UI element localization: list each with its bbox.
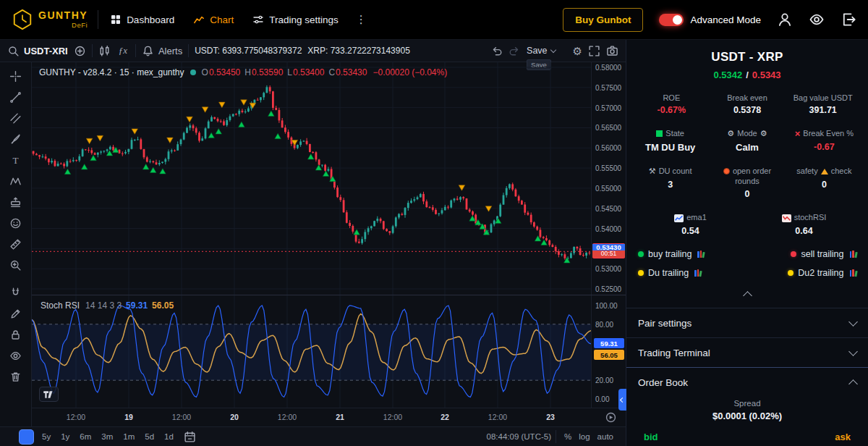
- tool-text-icon[interactable]: T: [4, 150, 27, 171]
- tool-measure-icon[interactable]: [4, 234, 27, 255]
- symbol-search-button[interactable]: USDT-XRI: [7, 45, 68, 57]
- indicator-scale-label: 80.00: [595, 321, 613, 329]
- nav-trading-settings[interactable]: Trading settings: [252, 14, 339, 25]
- section-trading-terminal[interactable]: Trading Terminal: [626, 337, 868, 367]
- trail-du-trailing: Du trailing: [638, 268, 747, 278]
- tool-eye-icon[interactable]: [4, 345, 27, 366]
- bid-column-label[interactable]: bid: [644, 432, 658, 442]
- screenshot-icon[interactable]: [606, 45, 618, 57]
- price-scale-label: 0.57000: [595, 104, 621, 112]
- tradingview-logo[interactable]: [39, 387, 59, 402]
- range-5d[interactable]: 5d: [145, 432, 154, 441]
- top-nav: DashboardChartTrading settings: [110, 14, 339, 25]
- ask-column-label[interactable]: ask: [835, 432, 851, 442]
- advanced-mode-toggle[interactable]: Advanced Mode: [659, 14, 761, 26]
- section-pair-settings[interactable]: Pair settings: [626, 308, 868, 337]
- tool-edit-icon[interactable]: [4, 303, 27, 324]
- logo-sub: DeFi: [38, 22, 88, 29]
- section-label: Order Book: [638, 377, 688, 388]
- divider: [98, 10, 98, 29]
- time-axis[interactable]: 12:001912:002012:002112:002212:0023: [32, 408, 626, 426]
- books-icon: [850, 269, 857, 277]
- spread-value: $0.0001 (0.02%): [626, 411, 868, 421]
- tool-emoji-icon[interactable]: [4, 213, 27, 234]
- stat-label: stochRSI: [747, 213, 861, 223]
- tool-pattern-icon[interactable]: [4, 171, 27, 192]
- range-1m[interactable]: 1m: [123, 432, 135, 441]
- nav-dashboard[interactable]: Dashboard: [110, 14, 174, 25]
- range-1y[interactable]: 1y: [61, 432, 69, 441]
- range-3m[interactable]: 3m: [101, 432, 113, 441]
- auto-scale-button[interactable]: auto: [597, 432, 613, 441]
- watch-eye-icon[interactable]: [809, 12, 825, 28]
- time-axis-label: 12:00: [278, 413, 297, 421]
- buy-gunbot-button[interactable]: Buy Gunbot: [563, 8, 643, 32]
- goto-date-icon[interactable]: [184, 431, 196, 443]
- chart-style-icon[interactable]: [98, 45, 111, 57]
- scrollbar-thumb[interactable]: [19, 429, 34, 445]
- kpi-value: 391.71: [785, 105, 861, 115]
- alerts-button[interactable]: Alerts: [142, 45, 182, 57]
- tool-position-icon[interactable]: [4, 192, 27, 213]
- section-label: Pair settings: [638, 318, 692, 329]
- price-scale-label: 0.57500: [595, 84, 621, 92]
- app-root: GUNTHY DeFi DashboardChartTrading settin…: [0, 0, 868, 446]
- symbol-label: USDT-XRI: [24, 46, 68, 56]
- stoch-rsi-chart[interactable]: [32, 295, 591, 408]
- undo-icon[interactable]: [490, 45, 503, 57]
- kpi-bag-value-usdt: Bag value USDT391.71: [785, 93, 861, 115]
- search-icon: [7, 45, 20, 57]
- chart-panes: GUNTHY - v28.4.2 · 15 · mex_gunthy O0.53…: [32, 62, 626, 426]
- trading-settings-icon: [252, 14, 264, 25]
- books-icon: [850, 251, 857, 258]
- stoch-rsi-pane[interactable]: Stoch RSI 14 14 3 3 59.31 56.05 100.0080…: [32, 295, 626, 408]
- tool-magnet-icon[interactable]: [4, 282, 27, 303]
- percent-scale-button[interactable]: %: [564, 432, 571, 441]
- save-button[interactable]: Save Save: [527, 46, 556, 56]
- stat-label: ⚙Mode⚙: [707, 129, 787, 139]
- stat-du-count: ⚒DU count3: [634, 167, 707, 200]
- tool-brush-icon[interactable]: [4, 129, 27, 150]
- stat-value: -0.67: [788, 142, 861, 152]
- tool-crosshair-icon[interactable]: [4, 66, 27, 87]
- price-scale[interactable]: 0.580000.575000.570000.565000.560000.555…: [591, 62, 626, 295]
- tool-trash-icon[interactable]: [4, 366, 27, 387]
- gunthy-logo[interactable]: GUNTHY DeFi: [12, 9, 88, 30]
- candlestick-chart[interactable]: [32, 62, 591, 295]
- tool-lock-icon[interactable]: [4, 324, 27, 345]
- collapse-panel-button[interactable]: [626, 278, 868, 308]
- more-menu-icon[interactable]: ⋮: [353, 13, 370, 26]
- log-scale-button[interactable]: log: [579, 432, 590, 441]
- bar-countdown: 00:51: [592, 251, 625, 258]
- price-scale-label: 0.55000: [595, 185, 621, 193]
- account-icon[interactable]: [777, 12, 793, 28]
- trailing-grid: buy trailingsell trailingDu trailingDu2 …: [626, 249, 868, 278]
- trail-label: Du trailing: [648, 268, 689, 278]
- clock[interactable]: 08:44:09 (UTC-5): [487, 432, 552, 441]
- range-6m[interactable]: 6m: [80, 432, 91, 441]
- toggle-knob: [673, 15, 682, 25]
- price-scale-label: 0.54000: [595, 225, 621, 233]
- time-axis-label: 21: [336, 413, 344, 421]
- chart-settings-icon[interactable]: ⚙: [573, 46, 582, 56]
- usdt-balance: USDT: 6393.775048379372: [195, 46, 302, 56]
- nav-label: Trading settings: [269, 14, 339, 25]
- goto-realtime-icon[interactable]: [605, 411, 617, 424]
- tool-trend-line-icon[interactable]: [4, 87, 27, 108]
- gunthy-logo-icon: [12, 9, 33, 30]
- toggle-switch[interactable]: [659, 14, 684, 26]
- price-pane[interactable]: GUNTHY - v28.4.2 · 15 · mex_gunthy O0.53…: [32, 62, 626, 295]
- range-5y[interactable]: 5y: [42, 432, 51, 441]
- tool-channels-icon[interactable]: [4, 108, 27, 129]
- tool-zoom-icon[interactable]: [4, 255, 27, 276]
- range-1d[interactable]: 1d: [164, 432, 174, 441]
- compare-add-icon[interactable]: [74, 45, 86, 57]
- indicators-icon[interactable]: ƒx: [116, 45, 129, 56]
- panel-collapse-handle[interactable]: [618, 389, 626, 411]
- fullscreen-icon[interactable]: [588, 45, 600, 57]
- section-order-book[interactable]: Order Book: [626, 367, 868, 397]
- stat-label: rounds: [707, 177, 787, 187]
- redo-icon[interactable]: [509, 45, 521, 57]
- logout-icon[interactable]: [841, 12, 856, 28]
- nav-chart[interactable]: Chart: [193, 14, 234, 25]
